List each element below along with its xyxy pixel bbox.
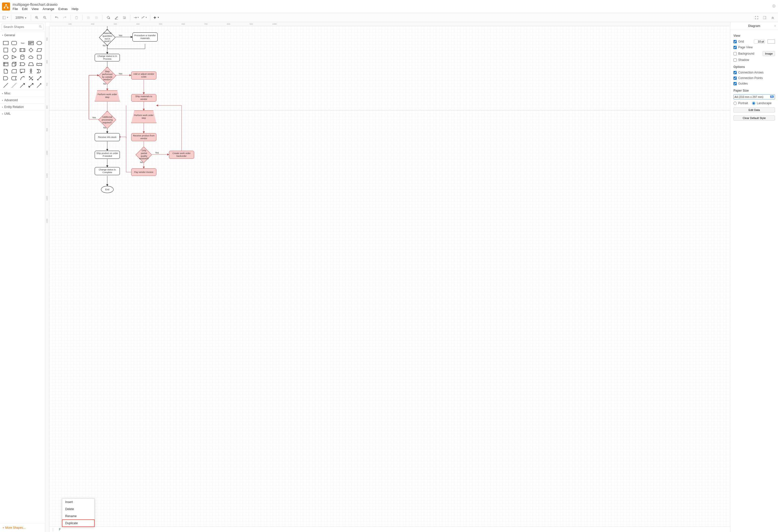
view-dropdown[interactable]: ▼: [2, 14, 9, 21]
shape-and[interactable]: [2, 75, 9, 81]
node-material-check[interactable]: Material quantities not in stock?: [99, 29, 115, 46]
node-status-inprocess[interactable]: Change status to In Process: [95, 54, 120, 62]
shape-trapezoid[interactable]: [27, 61, 34, 67]
shape-rect[interactable]: [2, 40, 9, 46]
grid-color-swatch[interactable]: [767, 39, 775, 43]
conn-arrows-checkbox[interactable]: [733, 71, 737, 74]
menu-view[interactable]: View: [31, 7, 38, 11]
menu-duplicate[interactable]: Duplicate: [62, 520, 94, 527]
edit-data-button[interactable]: Edit Data: [733, 107, 775, 112]
redo-icon[interactable]: [62, 14, 68, 21]
shape-actor[interactable]: [27, 68, 34, 74]
node-adjust-costs[interactable]: Add or adjust vendor costs: [131, 72, 156, 80]
menu-delete[interactable]: Delete: [62, 506, 94, 513]
portrait-radio[interactable]: [733, 102, 737, 105]
section-general[interactable]: General: [0, 32, 45, 38]
shape-textbox[interactable]: [27, 40, 34, 46]
shape-arrow-curve2[interactable]: [27, 75, 34, 81]
shape-arrow-both[interactable]: [27, 82, 34, 88]
node-backorder[interactable]: Create work order backorder: [169, 151, 194, 159]
shape-step[interactable]: [19, 61, 26, 67]
shape-text[interactable]: Text: [19, 40, 26, 46]
more-shapes-link[interactable]: More Shapes...: [0, 523, 45, 532]
waypoint-icon[interactable]: ▼: [141, 14, 148, 21]
node-partial-quality[interactable]: Only partial quality received?: [136, 147, 152, 163]
canvas[interactable]: Material quantities not in stock? Yes No…: [49, 26, 730, 526]
node-perform-step[interactable]: Perform work order step: [95, 90, 120, 101]
pageview-checkbox[interactable]: [733, 46, 737, 49]
shape-rounded-rect[interactable]: [10, 40, 18, 46]
grid-checkbox[interactable]: [733, 40, 737, 43]
shape-or[interactable]: [36, 68, 43, 74]
to-front-icon[interactable]: [85, 14, 92, 21]
node-end[interactable]: End: [101, 186, 113, 193]
shape-callout[interactable]: [19, 68, 26, 74]
node-ship-product[interactable]: Ship product on order if needed: [95, 151, 120, 159]
connection-icon[interactable]: ▼: [133, 14, 140, 21]
grid-size-input[interactable]: [754, 39, 765, 43]
menu-rename[interactable]: Rename: [62, 513, 94, 520]
shape-process[interactable]: [19, 47, 26, 53]
guides-checkbox[interactable]: [733, 82, 737, 85]
image-button[interactable]: Image: [763, 51, 775, 56]
menu-help[interactable]: Help: [72, 7, 78, 11]
shape-hexagon[interactable]: [2, 54, 9, 60]
section-advanced[interactable]: Advanced: [0, 97, 45, 103]
zoom-level[interactable]: 100% ▼: [14, 16, 28, 19]
shape-ellipse[interactable]: [36, 40, 43, 46]
shadow-checkbox[interactable]: [733, 58, 737, 62]
node-vendor-check[interactable]: Step performed by outside vendor?: [98, 67, 116, 85]
tabs-menu-icon[interactable]: ⋮: [49, 528, 56, 531]
shape-document[interactable]: [36, 54, 43, 60]
document-title[interactable]: multipage-flowchart.drawio: [13, 2, 78, 7]
shape-circle[interactable]: [10, 47, 18, 53]
shape-arrow-thin[interactable]: [36, 82, 43, 88]
shape-parallelogram[interactable]: [36, 47, 43, 53]
menu-extras[interactable]: Extras: [58, 7, 68, 11]
delete-icon[interactable]: [73, 14, 80, 21]
shape-arrow-curve1[interactable]: [19, 75, 26, 81]
format-panel-icon[interactable]: [761, 14, 768, 21]
undo-icon[interactable]: [53, 14, 60, 21]
shape-triangle[interactable]: [10, 54, 18, 60]
node-procedure[interactable]: Procedure or transfer materials: [133, 32, 158, 41]
shape-line-dashed[interactable]: [10, 82, 18, 88]
section-uml[interactable]: UML: [0, 110, 45, 117]
shape-diamond[interactable]: [27, 47, 34, 53]
shape-internal-storage[interactable]: [2, 61, 9, 67]
language-icon[interactable]: [772, 4, 776, 9]
zoom-in-icon[interactable]: [33, 14, 40, 21]
node-perform-step-2[interactable]: Perform work order step: [131, 110, 156, 123]
add-icon[interactable]: ▼: [153, 14, 159, 21]
fill-color-icon[interactable]: [105, 14, 111, 21]
shape-tape[interactable]: [36, 61, 43, 67]
shape-note[interactable]: [2, 68, 9, 74]
node-addl-processing[interactable]: Additional processing required?: [98, 111, 116, 129]
background-checkbox[interactable]: [733, 52, 737, 55]
shape-cloud[interactable]: [27, 54, 34, 60]
menu-insert[interactable]: Insert: [62, 499, 94, 506]
section-entity[interactable]: Entity Relation: [0, 104, 45, 110]
menu-edit[interactable]: Edit: [22, 7, 27, 11]
zoom-out-icon[interactable]: [42, 14, 48, 21]
node-pay-invoice[interactable]: Pay vendor invoice: [131, 168, 156, 176]
shadow-icon[interactable]: [121, 14, 128, 21]
menu-file[interactable]: File: [13, 7, 18, 11]
shape-data-storage[interactable]: [10, 75, 18, 81]
menu-arrange[interactable]: Arrange: [43, 7, 54, 11]
page-tab[interactable]: F: [56, 527, 63, 532]
conn-points-checkbox[interactable]: [733, 77, 737, 80]
shape-arrow-solid[interactable]: [19, 82, 26, 88]
section-misc[interactable]: Misc: [0, 90, 45, 97]
shape-cube[interactable]: [10, 61, 18, 67]
line-color-icon[interactable]: [113, 14, 120, 21]
close-icon[interactable]: ×: [774, 24, 776, 28]
paper-size-select[interactable]: A4 (210 mm x 297 mm): [733, 94, 775, 99]
to-back-icon[interactable]: [93, 14, 100, 21]
landscape-radio[interactable]: [752, 102, 755, 105]
shape-line-solid[interactable]: [2, 82, 9, 88]
shape-square[interactable]: [2, 47, 9, 53]
node-receive-stock[interactable]: Receive info stock: [95, 133, 120, 141]
shape-cylinder[interactable]: [19, 54, 26, 60]
clear-style-button[interactable]: Clear Default Style: [733, 115, 775, 120]
